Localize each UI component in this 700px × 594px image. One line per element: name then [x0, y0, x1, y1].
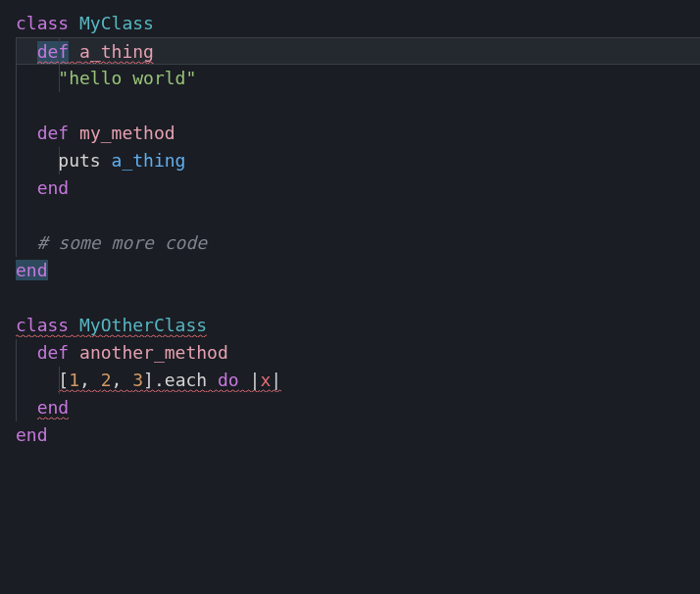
code-line[interactable]: "hello world" [16, 65, 700, 92]
code-line[interactable]: end [16, 174, 700, 202]
bracket-close: ]. [143, 370, 165, 392]
block-pipe: | [271, 370, 281, 392]
class-name: MyOtherClass [79, 315, 207, 337]
method-name: another_method [79, 342, 228, 363]
code-line[interactable]: end [16, 257, 700, 284]
keyword-end: end [16, 260, 48, 280]
code-line-blank[interactable] [16, 202, 700, 229]
code-line-current[interactable]: def a_thing [16, 37, 700, 65]
number-literal: 2 [101, 370, 112, 392]
method-name: my_method [79, 123, 175, 143]
code-line[interactable]: [1, 2, 3].each do |x| [16, 367, 700, 394]
keyword-class: class [16, 315, 69, 337]
keyword-def: def [37, 123, 70, 143]
keyword-def: def [37, 342, 70, 363]
keyword-class: class [16, 13, 69, 33]
number-literal: 3 [132, 370, 143, 392]
number-literal: 1 [69, 370, 79, 392]
code-line[interactable]: def another_method [16, 339, 700, 367]
code-line[interactable]: end [16, 421, 700, 449]
code-editor[interactable]: class MyClass def a_thing "hello world" … [16, 10, 700, 449]
code-line[interactable]: end [16, 394, 700, 421]
code-line[interactable]: class MyClass [16, 10, 700, 37]
code-line[interactable]: puts a_thing [16, 147, 700, 174]
class-name: MyClass [79, 13, 154, 33]
code-line[interactable]: # some more code [16, 229, 700, 257]
method-name: a_thing [79, 41, 154, 64]
code-line[interactable]: class MyOtherClass [16, 312, 700, 339]
string-literal: "hello world" [58, 68, 196, 88]
comment: # some more code [37, 232, 207, 253]
block-pipe: | [239, 370, 261, 392]
keyword-end: end [37, 177, 70, 198]
keyword-end: end [37, 397, 70, 420]
comma: , [112, 370, 133, 392]
block-param: x [260, 370, 271, 392]
code-line-blank[interactable] [16, 284, 700, 312]
comma: , [79, 370, 101, 392]
method-call: each [165, 370, 207, 392]
keyword-end: end [16, 424, 48, 445]
keyword-def: def [37, 41, 70, 64]
code-line[interactable]: def my_method [16, 120, 700, 147]
keyword-do: do [218, 370, 239, 392]
builtin-call: puts [58, 150, 100, 171]
method-call: a_thing [112, 150, 186, 171]
code-line-blank[interactable] [16, 92, 700, 120]
